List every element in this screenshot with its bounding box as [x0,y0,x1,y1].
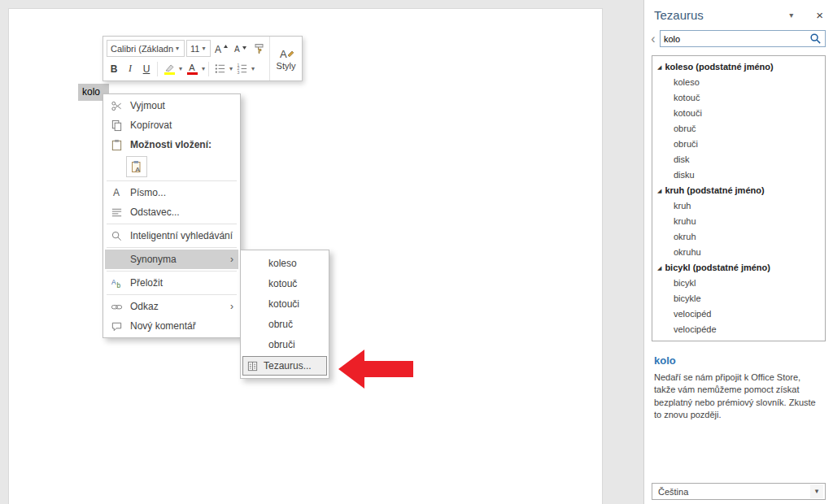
result-item[interactable]: disk [652,152,825,167]
result-item[interactable]: okruhu [652,245,825,260]
search-row: ‹ [644,27,833,47]
result-item[interactable]: koleso [652,75,825,90]
thesaurus-label: Tezaurus... [264,360,312,371]
result-header[interactable]: ◢bicykl (podstatné jméno) [652,260,825,276]
search-box[interactable] [660,30,826,47]
chevron-down-icon[interactable]: ▾ [229,65,233,72]
result-item[interactable]: okruh [652,229,825,245]
submenu-item-synonym[interactable]: kotouč [242,273,327,293]
menu-item-copy[interactable]: Kopírovat [105,115,238,135]
menu-separator [107,294,237,295]
chevron-down-icon: ▾ [202,45,205,52]
result-label: disku [674,170,695,180]
font-size-combo[interactable]: 11 ▾ [186,40,211,57]
menu-item-label: Vyjmout [130,100,165,111]
font-name-combo[interactable]: Calibri (Základn ▾ [107,40,185,57]
numbering-button[interactable]: 123 [234,60,250,78]
menu-item-link[interactable]: Odkaz › [105,297,238,316]
menu-item-label: Odkaz [130,301,159,312]
menu-item-label: Kopírovat [130,119,172,131]
result-item[interactable]: kotouč [652,90,825,106]
menu-separator [107,247,237,248]
toolbar-divider [208,62,209,76]
menu-item-paragraph[interactable]: Odstavec... [105,202,238,222]
back-chevron-icon[interactable]: ‹ [649,32,657,46]
close-icon[interactable]: × [816,8,823,22]
font-icon: A [108,187,124,198]
submenu-item-synonym[interactable]: kotouči [242,293,327,314]
mini-toolbar-main: Calibri (Základn ▾ 11 ▾ A A B I U [103,37,269,80]
result-label: obruči [674,139,698,149]
highlight-color-button[interactable] [161,60,177,78]
shrink-font-button[interactable]: A [232,40,250,58]
submenu-item-thesaurus[interactable]: Tezaurus... [242,356,327,376]
italic-button[interactable]: I [123,60,137,78]
result-item[interactable]: bicykl [652,276,825,291]
task-pane-title: Tezaurus [654,8,789,22]
magnifier-icon [108,230,124,242]
svg-text:A: A [111,278,116,286]
menu-separator [107,180,237,181]
result-label: okruh [674,232,696,241]
bullets-button[interactable] [212,60,228,78]
svg-text:A: A [136,166,141,173]
svg-text:A: A [234,45,240,54]
menu-item-label: Inteligentní vyhledávání [130,230,233,241]
svg-text:A: A [280,48,287,60]
menu-item-paste-options: Možnosti vložení: [105,135,238,154]
result-item[interactable]: obruči [652,137,825,152]
menu-item-smart-lookup[interactable]: Inteligentní vyhledávání [105,226,238,245]
task-pane-header: Tezaurus ▾ × [644,0,833,27]
synonym-label: obruč [268,319,293,330]
language-dropdown[interactable]: Čeština ▾ [652,483,826,500]
grow-font-button[interactable]: A [212,40,230,58]
menu-item-cut[interactable]: Vyjmout [105,96,238,115]
result-item[interactable]: velocipéd [652,306,825,322]
result-item[interactable]: kruh [652,198,825,214]
search-icon[interactable] [809,33,822,45]
result-item[interactable]: kruhu [652,214,825,229]
underline-button[interactable]: U [139,60,154,78]
styles-button[interactable]: A Styly [269,37,302,80]
result-label: koleso (podstatné jméno) [665,62,773,72]
result-item[interactable]: bicykle [652,291,825,306]
paste-keep-text-button[interactable]: A [126,156,147,177]
search-input[interactable] [664,34,809,44]
styles-icon: A [278,47,294,60]
comment-icon [108,320,124,332]
paste-clipboard-icon: A [130,160,143,173]
bold-button[interactable]: B [107,60,121,78]
menu-item-label: Přeložit [130,277,163,289]
menu-item-label: Písmo... [130,187,166,198]
pane-menu-caret-icon[interactable]: ▾ [789,11,793,20]
synonym-label: koleso [268,258,297,269]
submenu-item-synonym[interactable]: obruč [242,314,327,334]
menu-item-synonyms[interactable]: Synonyma › [105,250,238,269]
thesaurus-results-list[interactable]: ◢koleso (podstatné jméno) koleso kotouč … [652,55,826,341]
menu-item-new-comment[interactable]: Nový komentář [105,316,238,336]
result-item[interactable]: velocipéde [652,322,825,337]
chevron-down-icon[interactable]: ▾ [251,65,255,72]
menu-item-translate[interactable]: Ab Přeložit [105,273,238,293]
result-item[interactable]: kotouči [652,106,825,121]
result-label: velocipéd [674,309,711,319]
menu-item-font[interactable]: A Písmo... [105,183,238,202]
chevron-down-icon[interactable]: ▾ [179,65,182,72]
submenu-item-synonym[interactable]: obruči [242,334,327,354]
result-label: bicykl [674,278,696,288]
result-label: kruh (podstatné jméno) [665,185,764,195]
shrink-font-icon: A [233,42,248,55]
format-painter-icon [253,42,266,55]
result-item[interactable]: disku [652,167,825,183]
result-label: velocipéde [674,324,717,334]
result-label: obruč [674,124,696,133]
thesaurus-task-pane: Tezaurus ▾ × ‹ ◢koleso (podstatné jméno)… [643,0,833,504]
result-header[interactable]: ◢koleso (podstatné jméno) [652,59,825,75]
result-header[interactable]: ◢kruh (podstatné jméno) [652,183,825,198]
chevron-down-icon[interactable]: ▾ [202,65,205,72]
mini-toolbar-row-bottom: B I U ▾ A ▾ ▾ [107,59,268,78]
format-painter-button[interactable] [251,40,268,58]
submenu-item-synonym[interactable]: koleso [242,253,327,273]
font-color-button[interactable]: A [184,60,200,78]
result-item[interactable]: obruč [652,121,825,137]
